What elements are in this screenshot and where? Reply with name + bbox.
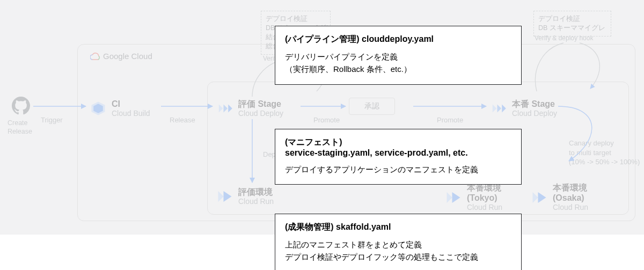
callout-pipeline: (パイプライン管理) clouddeploy.yaml デリバリーパイプラインを… <box>275 26 522 85</box>
staging-stage-sub: Cloud Deploy <box>238 109 283 118</box>
cloud-deploy-icon <box>217 100 233 116</box>
approval-box: 承認 <box>349 98 395 115</box>
prod-env-osaka-title: 本番環境 (Osaka) <box>553 183 588 203</box>
prod-stage-node: 本番 StageCloud Deploy <box>491 99 557 118</box>
callout-skaffold: (成果物管理) skaffold.yaml 上記のマニフェスト群をまとめて定義 … <box>275 214 522 270</box>
prod-env-tokyo-node: 本番環境 (Tokyo)Cloud Run <box>445 183 502 212</box>
approval-label: 承認 <box>364 101 379 110</box>
edge-promote-1: Promote <box>313 116 340 124</box>
prod-env-tokyo-title: 本番環境 (Tokyo) <box>467 183 502 203</box>
staging-stage-title: 評価 Stage <box>238 99 283 109</box>
gcloud-logo-icon <box>90 53 100 62</box>
hook-label-prod: Verify & deploy hook <box>535 34 593 42</box>
callout-skaffold-title: (成果物管理) skaffold.yaml <box>285 222 511 233</box>
diagram-canvas: Google Cloud Create Release CICloud Buil… <box>0 0 644 270</box>
ci-sub: Cloud Build <box>112 109 150 118</box>
callout-manifest: (マニフェスト) service-staging.yaml, service-p… <box>275 129 522 185</box>
prod-stage-sub: Cloud Deploy <box>512 109 557 118</box>
callout-manifest-body: デプロイするアプリケーションのマニフェストを定義 <box>285 163 511 176</box>
ci-node: CICloud Build <box>90 99 150 118</box>
cloud-run-icon <box>445 189 462 206</box>
ci-title: CI <box>112 99 150 109</box>
github-icon <box>12 97 30 115</box>
staging-stage-node: 評価 StageCloud Deploy <box>217 99 283 118</box>
hook-box-prod: デプロイ検証 DB スキーママイグレ <box>533 11 611 37</box>
callout-pipeline-title: (パイプライン管理) clouddeploy.yaml <box>285 34 511 45</box>
prod-env-osaka-sub: Cloud Run <box>553 203 588 212</box>
staging-env-title: 評価環境 <box>238 187 274 197</box>
github-node <box>12 97 30 117</box>
cloud-deploy-icon <box>491 100 507 116</box>
edge-release: Release <box>170 116 195 124</box>
edge-trigger: Trigger <box>41 116 63 124</box>
github-sub: Create Release <box>8 119 32 136</box>
prod-env-osaka-node: 本番環境 (Osaka)Cloud Run <box>531 183 588 212</box>
staging-env-sub: Cloud Run <box>238 197 274 206</box>
cloud-build-icon <box>90 100 106 116</box>
prod-stage-title: 本番 Stage <box>512 99 557 109</box>
callout-manifest-title: (マニフェスト) service-staging.yaml, service-p… <box>285 137 511 158</box>
staging-env-node: 評価環境Cloud Run <box>217 187 274 206</box>
edge-canary: Canary deploy to multi target (10% -> 50… <box>569 138 640 167</box>
cloud-run-icon <box>531 189 547 206</box>
callout-skaffold-body: 上記のマニフェスト群をまとめて定義 デプロイ検証やデプロイフック等の処理もここで… <box>285 238 511 264</box>
cloud-run-icon <box>217 188 233 205</box>
edge-promote-2: Promote <box>437 116 463 124</box>
gcloud-label: Google Cloud <box>90 52 152 62</box>
prod-env-tokyo-sub: Cloud Run <box>467 203 502 212</box>
callout-pipeline-body: デリバリーパイプラインを定義 （実行順序、Rollback 条件、etc.） <box>285 50 511 76</box>
gcloud-label-text: Google Cloud <box>103 52 152 61</box>
